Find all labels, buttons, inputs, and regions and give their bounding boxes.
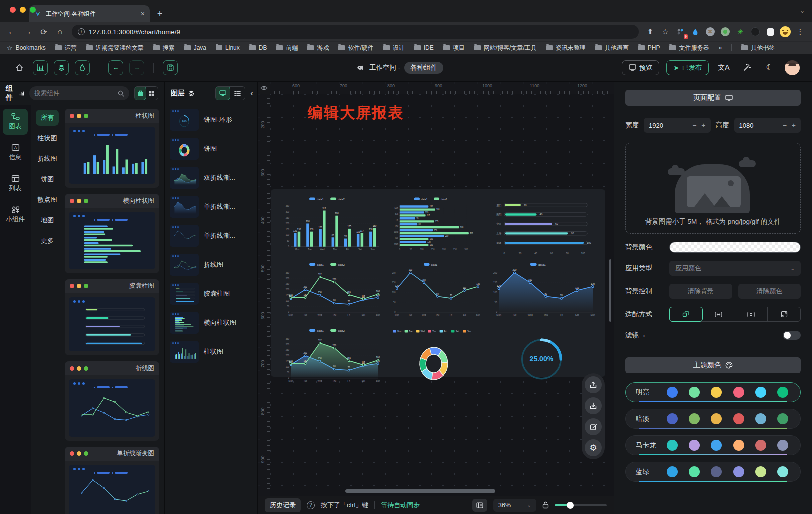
theme-color-dot[interactable] [667, 413, 678, 424]
theme-color-dot[interactable] [756, 440, 766, 451]
browser-tab[interactable]: 工作空间-各种组件 × [29, 5, 150, 22]
width-value[interactable]: 1920 [649, 122, 692, 129]
component-card[interactable]: 柱状图 [65, 109, 160, 188]
layer-item[interactable]: 单折线渐... [170, 225, 252, 247]
theme-row-暗淡[interactable]: 暗淡 [626, 409, 801, 429]
zoom-slider[interactable] [555, 504, 607, 506]
preview-chart-line-single[interactable]: data1050100150200MonTueWedThuFriSatSun12… [385, 260, 483, 323]
height-stepper[interactable]: 1080 −+ [734, 118, 802, 133]
preview-chart-area-double[interactable]: data1data2050100150200250300350MonTueWed… [278, 326, 383, 389]
bookmarks-overflow-icon[interactable]: » [718, 44, 722, 51]
height-value[interactable]: 1080 [740, 122, 783, 129]
theme-color-dot[interactable] [711, 440, 722, 451]
theme-color-dot[interactable] [734, 387, 744, 398]
layer-item[interactable]: 25.00%饼图-环形 [170, 109, 252, 131]
width-decrement[interactable]: − [692, 121, 696, 129]
chevron-right-icon[interactable]: › [643, 332, 646, 339]
bookmark-item[interactable]: Linux [216, 44, 240, 52]
preview-chart-area-single[interactable]: data1050100150200MonTueWedThuFriSatSun12… [485, 260, 598, 323]
theme-color-dot[interactable] [667, 466, 678, 477]
rail-item-list[interactable]: 列表 [3, 171, 28, 197]
extension-drop-icon[interactable] [689, 25, 702, 38]
publish-button[interactable]: ➤ 已发布 [666, 60, 709, 75]
view-box-button[interactable] [134, 86, 146, 100]
extension-notebook-icon[interactable] [764, 25, 777, 38]
theme-color-dot[interactable] [667, 440, 678, 451]
toggle-guides-button[interactable] [258, 82, 270, 94]
import-button[interactable] [585, 397, 602, 414]
theme-color-dot[interactable] [734, 440, 744, 451]
bookmark-item[interactable]: DB [250, 44, 268, 52]
app-type-select[interactable]: 应用颜色 ⌄ [670, 261, 801, 276]
theme-color-dot[interactable] [689, 466, 700, 477]
rail-item-charts[interactable]: 图表 [3, 109, 28, 135]
extension-dark-icon[interactable] [749, 25, 762, 38]
extension-command-icon[interactable]: ⌘ [704, 25, 717, 38]
layer-view-list-button[interactable] [230, 87, 245, 100]
theme-color-dot[interactable] [756, 466, 766, 477]
bookmark-item[interactable]: 其他语言 [596, 44, 629, 52]
close-window-button[interactable] [10, 7, 16, 13]
component-card[interactable]: 胶囊柱图 [65, 279, 160, 355]
lock-icon[interactable] [542, 501, 549, 509]
category-所有[interactable]: 所有 [36, 110, 59, 126]
theme-color-dot[interactable] [778, 466, 788, 477]
site-info-icon[interactable]: i [78, 28, 85, 35]
bookmark-item[interactable]: 搜索 [154, 44, 175, 52]
minimize-window-button[interactable] [20, 7, 26, 13]
preview-button[interactable]: 预览 [622, 60, 660, 75]
bookmark-item[interactable]: IDE [414, 44, 434, 52]
clear-background-button[interactable]: 清除背景 [670, 284, 732, 299]
category-折线图[interactable]: 折线图 [33, 151, 62, 167]
theme-row-蓝绿[interactable]: 蓝绿 [626, 462, 801, 482]
preview-chart-bar-grouped[interactable]: data1data2050100150200250300350Mon120130… [278, 194, 383, 258]
preview-chart-hbar-grouped[interactable]: data1data2050100150200250300Mon120130Tue… [385, 194, 483, 258]
theme-color-dot[interactable] [711, 387, 722, 398]
rail-item-info[interactable]: A 信息 [3, 140, 28, 166]
tab-search-icon[interactable]: ⌄ [800, 7, 805, 14]
bookmark-item[interactable]: 游戏 [308, 44, 329, 52]
extension-star-icon[interactable]: ✳ [734, 25, 747, 38]
user-avatar[interactable] [785, 60, 800, 75]
tab-close-icon[interactable]: × [141, 10, 145, 18]
height-increment[interactable]: + [792, 121, 796, 129]
layer-item[interactable]: 双折线渐... [170, 167, 252, 189]
home-button[interactable]: ⌂ [53, 25, 67, 39]
big-screen-title-text[interactable]: 编辑大屏报表 [308, 103, 404, 123]
app-home-icon[interactable] [12, 60, 27, 75]
edit-button[interactable] [585, 418, 602, 435]
page-config-header[interactable]: 页面配置 [626, 90, 801, 106]
filter-toggle[interactable] [783, 331, 801, 340]
category-更多[interactable]: 更多 [36, 233, 59, 249]
extension-grid-icon[interactable]: 9 [674, 25, 687, 38]
theme-row-马卡龙[interactable]: 马卡龙 [626, 435, 801, 455]
maximize-window-button[interactable] [30, 7, 36, 13]
fit-stretch-button[interactable] [768, 307, 800, 321]
theme-color-dot[interactable] [689, 440, 700, 451]
theme-color-dot[interactable] [711, 413, 722, 424]
dashboard-preview[interactable]: data1data2050100150200250300350Mon120130… [271, 189, 606, 377]
component-card[interactable]: 折线图 [65, 361, 160, 440]
theme-color-dot[interactable] [778, 413, 788, 424]
traffic-lights[interactable] [10, 7, 36, 13]
theme-color-dot[interactable] [734, 466, 744, 477]
view-grid-button[interactable] [146, 87, 158, 100]
dark-mode-icon[interactable]: ☾ [762, 62, 778, 73]
bookmarks-manager[interactable]: ☆Bookmarks [7, 44, 46, 52]
theme-color-dot[interactable] [711, 466, 722, 477]
layer-item[interactable]: 单折线渐... [170, 196, 252, 218]
magic-wand-icon[interactable] [739, 63, 755, 72]
layer-item[interactable]: 柱状图 [170, 341, 252, 363]
bookmark-item[interactable]: Java [184, 44, 206, 52]
width-increment[interactable]: + [702, 121, 706, 129]
bookmark-item[interactable]: PHP [638, 44, 660, 52]
theme-color-dot[interactable] [756, 387, 766, 398]
clear-color-button[interactable]: 清除颜色 [738, 284, 802, 299]
design-canvas[interactable]: 6007008009001000110012001300 20030040050… [258, 82, 614, 496]
zoom-select[interactable]: 36%⌄ [494, 499, 536, 512]
toggle-components-button[interactable] [33, 60, 48, 75]
back-button[interactable]: ← [5, 25, 19, 39]
theme-color-dot[interactable] [734, 413, 744, 424]
fit-auto-button[interactable] [670, 307, 703, 322]
reload-button[interactable]: ⟳ [37, 25, 51, 39]
